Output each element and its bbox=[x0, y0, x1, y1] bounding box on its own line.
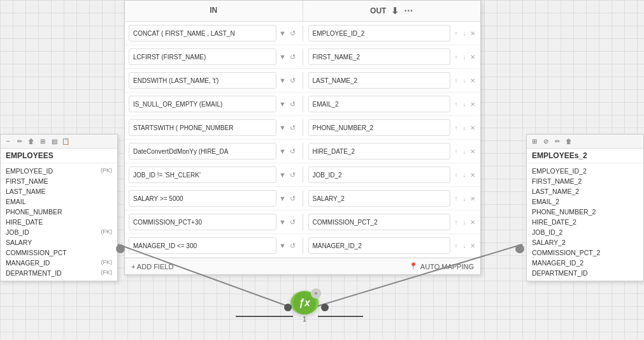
dropdown-icon[interactable]: ▼ bbox=[278, 52, 287, 61]
refresh-icon[interactable]: ↺ bbox=[289, 170, 297, 179]
block-icon[interactable]: ⊘ bbox=[541, 137, 550, 146]
in-input-6[interactable] bbox=[129, 166, 276, 183]
edit-icon-right[interactable]: ✏ bbox=[553, 137, 562, 146]
in-input-2[interactable] bbox=[129, 72, 276, 89]
row-divider bbox=[303, 25, 303, 41]
in-input-1[interactable] bbox=[129, 48, 276, 65]
delete-row-icon[interactable]: ✕ bbox=[469, 53, 476, 61]
out-input-6[interactable] bbox=[308, 166, 451, 183]
down-arrow-icon[interactable]: ↓ bbox=[461, 171, 468, 179]
transform-circle[interactable]: × ƒx bbox=[290, 291, 318, 314]
refresh-icon[interactable]: ↺ bbox=[289, 241, 297, 250]
in-input-8[interactable] bbox=[129, 214, 276, 230]
delete-icon[interactable]: 🗑 bbox=[27, 137, 36, 146]
refresh-icon[interactable]: ↺ bbox=[289, 29, 297, 38]
out-field: ↑ ↓ ✕ bbox=[308, 190, 477, 207]
in-input-3[interactable] bbox=[129, 96, 276, 112]
refresh-icon[interactable]: ↺ bbox=[289, 123, 297, 132]
out-input-5[interactable] bbox=[308, 143, 451, 159]
refresh-icon[interactable]: ↺ bbox=[289, 52, 297, 61]
down-arrow-icon[interactable]: ↓ bbox=[461, 53, 468, 61]
down-arrow-icon[interactable]: ↓ bbox=[461, 218, 468, 226]
minus-icon[interactable]: − bbox=[4, 137, 13, 146]
right-panel-toolbar[interactable]: ⊞ ⊘ ✏ 🗑 bbox=[527, 135, 643, 149]
table-icon[interactable]: ▤ bbox=[50, 137, 59, 146]
up-arrow-icon[interactable]: ↑ bbox=[452, 171, 460, 179]
in-input-4[interactable] bbox=[129, 119, 276, 136]
down-arrow-icon[interactable]: ↓ bbox=[461, 242, 468, 249]
dropdown-icon[interactable]: ▼ bbox=[278, 76, 287, 85]
in-input-9[interactable] bbox=[129, 237, 276, 254]
dropdown-icon[interactable]: ▼ bbox=[278, 170, 287, 179]
down-arrow-icon[interactable]: ↓ bbox=[461, 124, 468, 131]
delete-row-icon[interactable]: ✕ bbox=[469, 124, 476, 131]
transform-right-dot bbox=[321, 304, 329, 311]
up-arrow-icon[interactable]: ↑ bbox=[452, 218, 460, 226]
delete-row-icon[interactable]: ✕ bbox=[469, 100, 476, 108]
copy-icon[interactable]: 📋 bbox=[61, 137, 70, 146]
out-input-4[interactable] bbox=[308, 119, 451, 136]
arrow-icons: ↑ ↓ ✕ bbox=[452, 77, 476, 84]
left-panel-toolbar[interactable]: − ✏ 🗑 ⊞ ▤ 📋 bbox=[1, 135, 117, 149]
out-input-9[interactable] bbox=[308, 237, 451, 254]
out-input-2[interactable] bbox=[308, 72, 451, 89]
up-arrow-icon[interactable]: ↑ bbox=[452, 53, 460, 61]
in-field: ▼ ↺ bbox=[129, 72, 297, 89]
add-icon-right[interactable]: ⊞ bbox=[530, 137, 539, 146]
delete-row-icon[interactable]: ✕ bbox=[469, 171, 476, 179]
out-input-8[interactable] bbox=[308, 214, 451, 230]
in-input-7[interactable] bbox=[129, 190, 276, 207]
in-field: ▼ ↺ bbox=[129, 143, 297, 159]
auto-mapping-button[interactable]: 📍 AUTO MAPPING bbox=[409, 262, 474, 270]
arrow-icons: ↑ ↓ ✕ bbox=[452, 171, 476, 179]
up-arrow-icon[interactable]: ↑ bbox=[452, 100, 460, 108]
refresh-icon[interactable]: ↺ bbox=[289, 147, 297, 156]
up-arrow-icon[interactable]: ↑ bbox=[452, 242, 460, 249]
down-arrow-icon[interactable]: ↓ bbox=[461, 100, 468, 108]
dropdown-icon[interactable]: ▼ bbox=[278, 29, 287, 38]
download-icon[interactable]: ⬇ bbox=[391, 6, 399, 16]
up-arrow-icon[interactable]: ↑ bbox=[452, 124, 460, 131]
in-input-0[interactable] bbox=[129, 25, 276, 41]
delete-row-icon[interactable]: ✕ bbox=[469, 147, 476, 155]
left-panel-rows: EMPLOYEE_ID(PK)FIRST_NAMELAST_NAMEEMAILP… bbox=[1, 163, 117, 281]
down-arrow-icon[interactable]: ↓ bbox=[461, 77, 468, 84]
edit-icon[interactable]: ✏ bbox=[15, 137, 24, 146]
menu-icon[interactable]: ⋯ bbox=[404, 6, 413, 16]
up-arrow-icon[interactable]: ↑ bbox=[452, 77, 460, 84]
dropdown-icon[interactable]: ▼ bbox=[278, 123, 287, 132]
delete-row-icon[interactable]: ✕ bbox=[469, 77, 476, 84]
delete-row-icon[interactable]: ✕ bbox=[469, 218, 476, 226]
delete-row-icon[interactable]: ✕ bbox=[469, 29, 476, 37]
cancel-transform-button[interactable]: × bbox=[311, 288, 321, 299]
refresh-icon[interactable]: ↺ bbox=[289, 100, 297, 108]
auto-mapping-label: AUTO MAPPING bbox=[420, 263, 474, 270]
up-arrow-icon[interactable]: ↑ bbox=[452, 147, 460, 155]
refresh-icon[interactable]: ↺ bbox=[289, 218, 297, 226]
down-arrow-icon[interactable]: ↓ bbox=[461, 29, 468, 37]
dropdown-icon[interactable]: ▼ bbox=[278, 147, 287, 156]
delete-row-icon[interactable]: ✕ bbox=[469, 242, 476, 249]
add-icon[interactable]: ⊞ bbox=[38, 137, 47, 146]
up-arrow-icon[interactable]: ↑ bbox=[452, 195, 460, 202]
dropdown-icon[interactable]: ▼ bbox=[278, 218, 287, 226]
delete-icon-right[interactable]: 🗑 bbox=[564, 137, 573, 146]
dropdown-icon[interactable]: ▼ bbox=[278, 100, 287, 108]
refresh-icon[interactable]: ↺ bbox=[289, 76, 297, 85]
up-arrow-icon[interactable]: ↑ bbox=[452, 29, 460, 37]
dropdown-icon[interactable]: ▼ bbox=[278, 241, 287, 250]
dropdown-icon[interactable]: ▼ bbox=[278, 194, 287, 203]
arrow-icons: ↑ ↓ ✕ bbox=[452, 242, 476, 249]
delete-row-icon[interactable]: ✕ bbox=[469, 195, 476, 202]
down-arrow-icon[interactable]: ↓ bbox=[461, 147, 468, 155]
down-arrow-icon[interactable]: ↓ bbox=[461, 195, 468, 202]
arrow-icons: ↑ ↓ ✕ bbox=[452, 29, 476, 37]
transform-node[interactable]: × ƒx 1 bbox=[289, 291, 320, 323]
refresh-icon[interactable]: ↺ bbox=[289, 194, 297, 203]
out-input-7[interactable] bbox=[308, 190, 451, 207]
out-input-0[interactable] bbox=[308, 25, 451, 41]
in-input-5[interactable] bbox=[129, 143, 276, 159]
out-input-1[interactable] bbox=[308, 48, 451, 65]
add-field-button[interactable]: + ADD FIELD bbox=[131, 263, 173, 270]
out-input-3[interactable] bbox=[308, 96, 451, 112]
